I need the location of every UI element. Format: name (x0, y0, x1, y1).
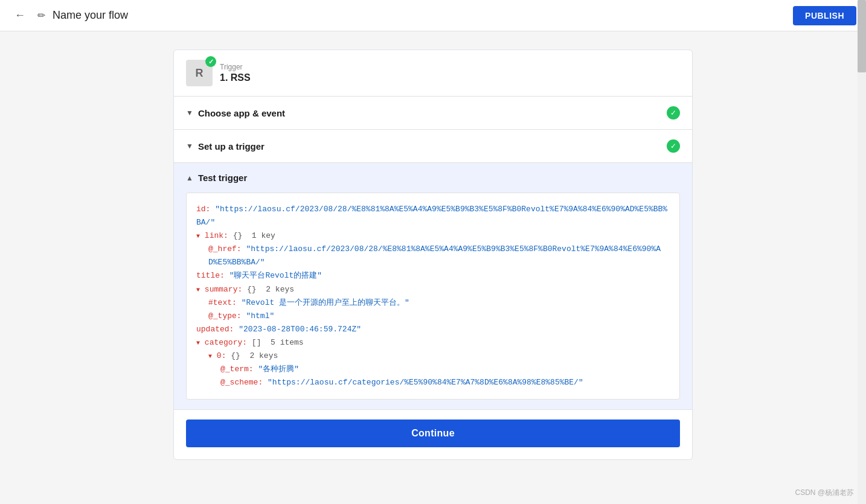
section-choose-app-title: Choose app & event (198, 108, 285, 118)
test-trigger-header[interactable]: ▲ Test trigger (174, 163, 692, 193)
data-line-11: @_scheme: "https://laosu.cf/categories/%… (196, 376, 670, 389)
setup-trigger-check: ✓ (667, 139, 680, 153)
trigger-check-badge: ✓ (205, 56, 216, 67)
chevron-up-icon: ▲ (186, 174, 193, 182)
choose-app-check: ✓ (667, 106, 680, 120)
data-line-4: ▼ summary: {} 2 keys (196, 283, 670, 296)
trigger-icon-box: R ✓ (186, 60, 213, 86)
data-line-7: updated: "2023-08-28T00:46:59.724Z" (196, 323, 670, 336)
trigger-label: Trigger (220, 63, 251, 71)
trigger-header: R ✓ Trigger 1. RSS (174, 50, 692, 97)
data-line-2: @_href: "https://laosu.cf/2023/08/28/%E8… (196, 243, 670, 269)
data-line-3: title: "聊天平台Revolt的搭建" (196, 269, 670, 282)
data-line-10: @_term: "各种折腾" (196, 363, 670, 376)
edit-icon: ✏ (37, 10, 45, 21)
section-choose-app[interactable]: ▼ Choose app & event ✓ (174, 97, 692, 130)
data-line-0: id: "https://laosu.cf/2023/08/28/%E8%81%… (196, 203, 670, 229)
data-line-9: ▼ 0: {} 2 keys (196, 349, 670, 363)
flow-title: Name your flow (53, 9, 128, 22)
data-line-1: ▼ link: {} 1 key (196, 229, 670, 243)
scrollbar-thumb[interactable] (858, 0, 866, 72)
data-line-5: #text: "Revolt 是一个开源的用户至上的聊天平台。" (196, 296, 670, 310)
watermark: CSDN @杨浦老苏 (795, 488, 854, 498)
scrollbar-track[interactable] (858, 0, 866, 504)
data-display[interactable]: id: "https://laosu.cf/2023/08/28/%E8%81%… (186, 193, 680, 400)
continue-button[interactable]: Continue (186, 419, 680, 447)
trigger-name: 1. RSS (220, 72, 251, 83)
data-line-6: @_type: "html" (196, 310, 670, 323)
main-content: R ✓ Trigger 1. RSS ▼ Choose app & event … (0, 31, 866, 478)
section-setup-trigger-left: ▼ Set up a trigger (186, 141, 265, 152)
test-trigger-title: Test trigger (198, 173, 247, 183)
section-setup-trigger-title: Set up a trigger (198, 141, 265, 152)
header: ← ✏ Name your flow PUBLISH (0, 0, 866, 31)
publish-button[interactable]: PUBLISH (793, 6, 856, 25)
data-line-8: ▼ category: [] 5 items (196, 336, 670, 349)
trigger-icon-letter: R (196, 67, 204, 80)
header-left: ← ✏ Name your flow (10, 7, 128, 24)
test-trigger-section: ▲ Test trigger id: "https://laosu.cf/202… (174, 163, 692, 410)
continue-btn-wrap: Continue (174, 410, 692, 459)
chevron-down-icon: ▼ (186, 109, 193, 117)
flow-card: R ✓ Trigger 1. RSS ▼ Choose app & event … (173, 49, 693, 460)
trigger-label-group: Trigger 1. RSS (220, 63, 251, 83)
chevron-down-icon-2: ▼ (186, 142, 193, 150)
section-setup-trigger[interactable]: ▼ Set up a trigger ✓ (174, 130, 692, 163)
section-choose-app-left: ▼ Choose app & event (186, 108, 285, 118)
back-button[interactable]: ← (10, 7, 30, 24)
